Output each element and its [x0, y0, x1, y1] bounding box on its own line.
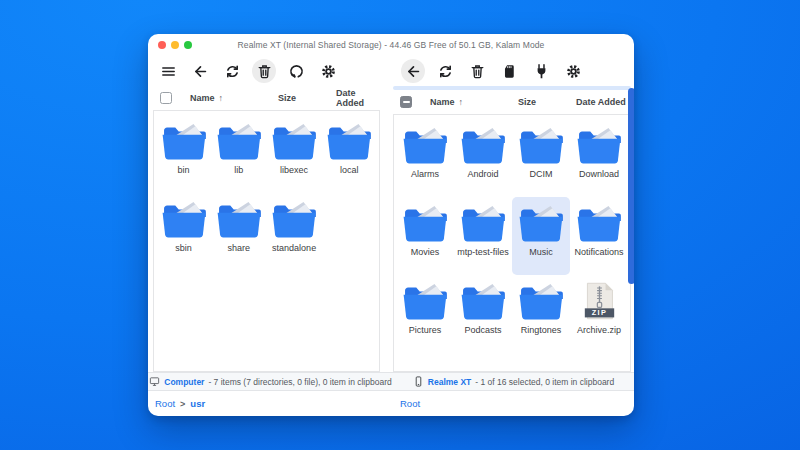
file-item-archive.zip[interactable]: ZIP Archive.zip: [570, 275, 628, 353]
file-item-notifications[interactable]: Notifications: [570, 197, 628, 275]
indeterminate-dash-icon: [403, 101, 410, 103]
folder-icon: [518, 282, 564, 320]
window-title: Realme XT (Internal Shared Storage) - 44…: [238, 40, 545, 50]
file-name: Alarms: [411, 169, 439, 179]
folder-icon: [271, 200, 317, 238]
folder-icon: [460, 126, 506, 164]
folder-icon: [216, 122, 262, 160]
file-item-dcim[interactable]: DCIM: [512, 119, 570, 197]
location-link[interactable]: Realme XT: [428, 377, 471, 387]
file-name: DCIM: [530, 169, 553, 179]
delete-button-left[interactable]: [252, 59, 276, 83]
file-item-pictures[interactable]: Pictures: [396, 275, 454, 353]
column-header-date-added[interactable]: Date Added: [336, 88, 380, 108]
github-button[interactable]: [284, 59, 308, 83]
refresh-button-left[interactable]: [220, 59, 244, 83]
breadcrumb-left: Root>usr: [148, 398, 393, 409]
delete-button-right[interactable]: [465, 59, 489, 83]
file-name: share: [228, 243, 251, 253]
minimize-button[interactable]: [171, 41, 179, 49]
select-all-checkbox[interactable]: [160, 92, 172, 104]
close-button[interactable]: [158, 41, 166, 49]
folder-icon: [326, 122, 372, 160]
toolbar-right-pane: [393, 59, 634, 83]
folder-icon: [460, 282, 506, 320]
breadcrumb-root[interactable]: Root: [155, 398, 175, 409]
file-item-mtp-test-files[interactable]: mtp-test-files: [454, 197, 512, 275]
breadcrumb-bar: Root>usr Root: [148, 391, 634, 416]
file-name: Android: [467, 169, 498, 179]
breadcrumb-root[interactable]: Root: [400, 398, 420, 409]
select-all-checkbox-indeterminate[interactable]: [400, 96, 412, 108]
folder-icon: [576, 126, 622, 164]
svg-text:ZIP: ZIP: [591, 308, 606, 317]
folder-icon: [402, 126, 448, 164]
file-name: bin: [178, 165, 190, 175]
column-header-name[interactable]: Name↑: [190, 93, 278, 103]
file-name: Archive.zip: [577, 325, 621, 335]
refresh-button-right[interactable]: [433, 59, 457, 83]
file-item-download[interactable]: Download: [570, 119, 628, 197]
zip-file-icon: ZIP: [583, 282, 616, 320]
toolbar: [148, 56, 634, 86]
status-text: - 7 items (7 directories, 0 file), 0 ite…: [208, 377, 391, 387]
file-name: local: [340, 165, 359, 175]
maximize-button[interactable]: [184, 41, 192, 49]
file-item-android[interactable]: Android: [454, 119, 512, 197]
scrollbar-thumb[interactable]: [628, 88, 634, 284]
file-grid: Alarms Android DCIM Download Movies mtp-…: [394, 115, 630, 357]
file-item-local[interactable]: local: [322, 115, 377, 193]
column-header-size[interactable]: Size: [518, 97, 576, 107]
folder-icon: [518, 204, 564, 242]
file-item-bin[interactable]: bin: [156, 115, 211, 193]
menu-icon: [160, 63, 177, 80]
plug-icon: [533, 63, 550, 80]
toolbar-left-pane: [148, 59, 393, 83]
file-item-standalone[interactable]: standalone: [267, 193, 322, 271]
file-grid-area: Alarms Android DCIM Download Movies mtp-…: [393, 114, 631, 372]
back-button-left[interactable]: [188, 59, 212, 83]
computer-icon: [149, 376, 160, 387]
location-link[interactable]: Computer: [164, 377, 204, 387]
file-item-movies[interactable]: Movies: [396, 197, 454, 275]
sort-ascending-icon: ↑: [219, 93, 224, 103]
file-grid: bin lib libexec local sbin share standal…: [154, 111, 379, 275]
storage-button[interactable]: [497, 59, 521, 83]
file-name: Podcasts: [464, 325, 501, 335]
column-header-date-added[interactable]: Date Added: [576, 97, 631, 107]
breadcrumb-usr[interactable]: usr: [190, 398, 205, 409]
folder-icon: [402, 282, 448, 320]
titlebar: Realme XT (Internal Shared Storage) - 44…: [148, 34, 634, 56]
refresh-icon: [437, 63, 454, 80]
file-item-music[interactable]: Music: [512, 197, 570, 275]
back-button-right[interactable]: [401, 59, 425, 83]
file-name: lib: [234, 165, 243, 175]
back-icon: [192, 63, 209, 80]
menu-button[interactable]: [156, 59, 180, 83]
column-header-size[interactable]: Size: [278, 93, 336, 103]
file-item-share[interactable]: share: [211, 193, 266, 271]
file-item-libexec[interactable]: libexec: [267, 115, 322, 193]
file-item-sbin[interactable]: sbin: [156, 193, 211, 271]
folder-icon: [460, 204, 506, 242]
trash-icon: [256, 63, 273, 80]
file-item-lib[interactable]: lib: [211, 115, 266, 193]
desktop-background: Realme XT (Internal Shared Storage) - 44…: [0, 0, 800, 450]
eject-button[interactable]: [529, 59, 553, 83]
file-item-podcasts[interactable]: Podcasts: [454, 275, 512, 353]
file-name: sbin: [175, 243, 192, 253]
right-pane-status: Realme XT - 1 of 16 selected, 0 item in …: [393, 376, 634, 387]
file-item-ringtones[interactable]: Ringtones: [512, 275, 570, 353]
settings-button-left[interactable]: [316, 59, 340, 83]
file-item-alarms[interactable]: Alarms: [396, 119, 454, 197]
status-bar: Computer - 7 items (7 directories, 0 fil…: [148, 372, 634, 391]
file-name: Notifications: [574, 247, 623, 257]
file-name: Pictures: [409, 325, 442, 335]
folder-icon: [216, 200, 262, 238]
left-pane-status: Computer - 7 items (7 directories, 0 fil…: [148, 376, 393, 387]
folder-icon: [518, 126, 564, 164]
column-header-name[interactable]: Name↑: [430, 97, 518, 107]
settings-button-right[interactable]: [561, 59, 585, 83]
file-name: Ringtones: [521, 325, 562, 335]
folder-icon: [161, 200, 207, 238]
